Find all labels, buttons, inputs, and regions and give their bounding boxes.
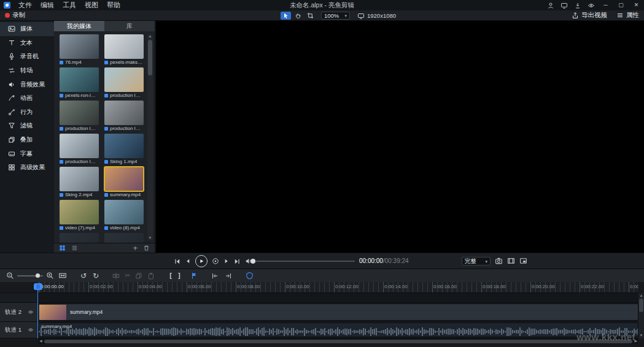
play-button[interactable] <box>195 255 208 267</box>
quiz-shield-icon[interactable] <box>246 272 254 280</box>
zoom-slider-handle[interactable] <box>36 273 40 278</box>
vertical-scrollbar-thumb[interactable] <box>639 299 643 312</box>
timeline-vertical-scrollbar[interactable]: ▲ ▼ <box>638 293 644 338</box>
track-1-header[interactable]: 轨道 1 <box>0 322 38 338</box>
media-item[interactable]: video (7).mp4 <box>60 200 99 231</box>
sidebar-item-recorder[interactable]: 录音机 <box>0 50 54 64</box>
media-item[interactable]: production ID_... <box>104 67 144 99</box>
sidebar-item-transitions[interactable]: 转场 <box>0 64 54 78</box>
media-item-selected[interactable]: summary.mp4 <box>104 167 144 198</box>
media-item[interactable]: pexels-maksim-... <box>104 34 144 66</box>
snapshot-icon[interactable] <box>495 257 503 265</box>
sidebar-item-filters[interactable]: 滤镜 <box>0 119 54 133</box>
jump-to-end-button[interactable] <box>234 258 241 265</box>
preview-scale-select[interactable]: 完整▾ <box>462 257 491 265</box>
media-scrollbar-thumb[interactable] <box>148 40 152 75</box>
scroll-left-icon[interactable]: ◀ <box>39 338 42 344</box>
close-button[interactable]: ✕ <box>629 0 644 10</box>
previous-frame-button[interactable] <box>185 258 191 264</box>
previous-marker-icon[interactable] <box>211 272 219 280</box>
canvas-resolution[interactable]: 1920x1080 <box>357 12 396 20</box>
copy-icon[interactable] <box>135 272 142 280</box>
timeline-zoom-slider[interactable] <box>17 275 43 276</box>
track-2-header[interactable]: 轨道 2 <box>0 303 38 322</box>
grid-view-button[interactable] <box>59 245 66 251</box>
track-1-lane[interactable]: summary.mp4 <box>38 322 638 338</box>
sidebar-item-behaviors[interactable]: 行为 <box>0 105 54 120</box>
sidebar-item-overlays[interactable]: 叠加 <box>0 133 54 147</box>
media-item[interactable] <box>60 233 99 243</box>
properties-button[interactable]: 属性 <box>616 11 639 20</box>
sidebar-item-audio-effects[interactable]: 音频效果 <box>0 77 54 91</box>
playhead-handle[interactable] <box>34 283 42 290</box>
media-item[interactable] <box>104 233 144 243</box>
sidebar-item-animation[interactable]: 动画 <box>0 91 54 105</box>
scroll-right-icon[interactable]: ▶ <box>634 338 637 344</box>
media-thumbnail[interactable] <box>60 67 99 92</box>
sidebar-item-text[interactable]: 文本 <box>0 36 54 50</box>
media-item[interactable]: 76.mp4 <box>60 34 99 66</box>
next-frame-button[interactable] <box>223 258 230 264</box>
timeline-horizontal-scrollbar[interactable]: ◀ ▶ <box>38 338 638 344</box>
tab-my-media[interactable]: 我的媒体 <box>54 21 104 31</box>
paste-icon[interactable] <box>147 272 155 280</box>
maximize-button[interactable]: ▢ <box>613 0 629 10</box>
record-button[interactable]: 录制 <box>5 10 25 20</box>
menu-file[interactable]: 文件 <box>14 0 36 10</box>
audio-clip[interactable]: summary.mp4 <box>38 322 638 337</box>
media-thumbnail[interactable] <box>104 233 144 243</box>
video-clip[interactable]: summary.mp4 <box>38 303 638 321</box>
media-thumbnail[interactable] <box>60 34 99 59</box>
film-icon[interactable] <box>507 257 515 265</box>
media-item[interactable]: video (8).mp4 <box>104 200 144 231</box>
media-item[interactable]: production ID_... <box>104 101 144 132</box>
add-marker-icon[interactable] <box>190 272 198 280</box>
menu-tools[interactable]: 工具 <box>58 0 80 10</box>
add-media-button[interactable]: + <box>133 244 138 252</box>
split-icon[interactable] <box>112 272 120 280</box>
timeline-ruler[interactable]: 0:00:00.000:00:02.000:00:04.000:00:06.00… <box>38 282 638 293</box>
detach-window-icon[interactable] <box>519 257 527 265</box>
cut-icon[interactable]: ✂ <box>125 272 130 279</box>
scroll-up-icon[interactable]: ▲ <box>640 293 643 299</box>
media-thumbnail[interactable] <box>60 233 99 243</box>
media-thumbnail[interactable] <box>104 67 144 92</box>
menu-view[interactable]: 视图 <box>80 0 103 10</box>
list-view-button[interactable] <box>71 245 78 251</box>
zoom-level-select[interactable]: 100%▾ <box>321 12 350 20</box>
media-item[interactable]: production ID_... <box>60 134 99 165</box>
seek-slider[interactable] <box>249 261 355 262</box>
media-thumbnail[interactable] <box>104 200 144 224</box>
seek-slider-handle[interactable] <box>250 259 255 264</box>
zoom-in-icon[interactable] <box>46 272 54 280</box>
media-thumbnail[interactable] <box>60 134 99 158</box>
media-scrollbar[interactable]: ▲ ▼ <box>147 34 153 240</box>
device-icon[interactable] <box>561 2 568 9</box>
scroll-up-icon[interactable]: ▲ <box>147 34 153 39</box>
menu-edit[interactable]: 编辑 <box>36 0 58 10</box>
delete-media-button[interactable] <box>143 245 150 251</box>
export-video-button[interactable]: 导出视频 <box>572 11 607 20</box>
account-icon[interactable] <box>547 2 554 9</box>
select-tool-button[interactable] <box>281 12 291 20</box>
media-item[interactable]: Sking 1.mp4 <box>104 134 144 165</box>
undo-button[interactable]: ↺ <box>80 272 87 280</box>
eye-icon[interactable] <box>588 2 595 9</box>
download-icon[interactable] <box>574 2 581 9</box>
tab-library[interactable]: 库 <box>104 21 155 31</box>
sidebar-item-advanced-effects[interactable]: 高级效果 <box>0 161 54 175</box>
mark-out-icon[interactable]: ] <box>178 272 180 279</box>
zoom-out-icon[interactable] <box>6 272 14 280</box>
media-thumbnail[interactable] <box>104 101 144 125</box>
crop-tool-button[interactable] <box>305 12 316 20</box>
sidebar-item-media[interactable]: 媒体 <box>0 22 54 36</box>
mark-in-icon[interactable]: [ <box>169 272 172 279</box>
redo-button[interactable]: ↻ <box>93 272 99 280</box>
media-thumbnail[interactable] <box>60 167 99 191</box>
menu-help[interactable]: 帮助 <box>103 0 125 10</box>
media-item[interactable]: pexels-ron-lach... <box>60 67 99 99</box>
jump-to-start-button[interactable] <box>174 258 180 265</box>
track-2-lane[interactable]: summary.mp4 <box>38 303 638 322</box>
next-marker-icon[interactable] <box>225 272 232 280</box>
media-thumbnail[interactable] <box>104 167 144 191</box>
